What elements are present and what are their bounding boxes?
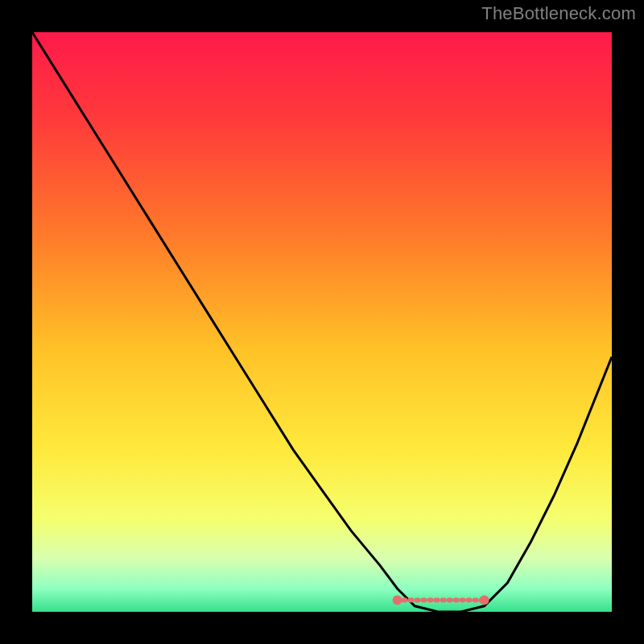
gradient-background (32, 32, 612, 612)
bottleneck-chart (32, 32, 612, 612)
minimum-band-endpoint-right (480, 596, 489, 605)
plot-area (32, 32, 612, 612)
watermark-text: TheBottleneck.com (481, 3, 636, 24)
minimum-band-endpoint-left (393, 596, 402, 605)
chart-frame: TheBottleneck.com (0, 0, 644, 644)
